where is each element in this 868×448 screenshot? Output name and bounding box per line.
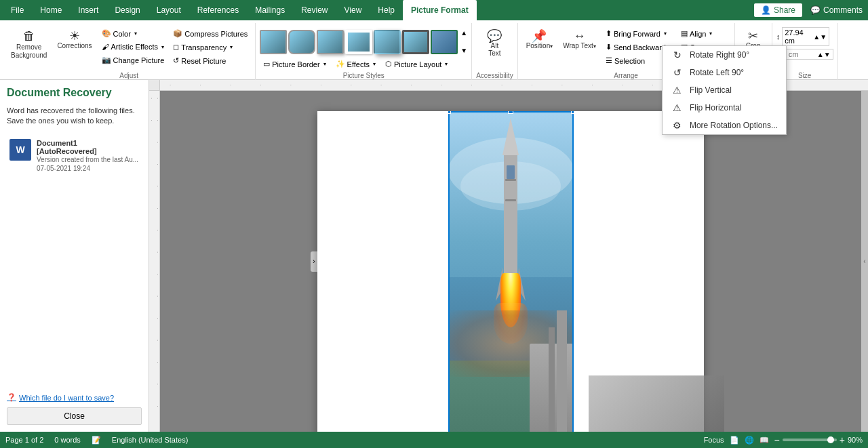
- color-button[interactable]: 🎨 Color▾: [98, 27, 168, 40]
- rotate-left-90-item[interactable]: ↺ Rotate Left 90°: [663, 64, 786, 81]
- zoom-slider[interactable]: [783, 439, 837, 441]
- zoom-out-button[interactable]: −: [774, 434, 780, 445]
- doc-date: 07-05-2021 19:24: [37, 165, 139, 172]
- flip-horizontal-item[interactable]: ⚠ Flip Horizontal: [663, 99, 786, 117]
- pic-style-4[interactable]: [345, 30, 372, 54]
- recovery-title: Document Recovery: [7, 87, 142, 99]
- change-pic-icon: 📷: [102, 56, 111, 64]
- status-bar: Page 1 of 2 0 words 📝 English (United St…: [0, 432, 868, 448]
- rotate-left-icon: ↺: [671, 67, 684, 78]
- pic-style-1[interactable]: [260, 30, 287, 54]
- styles-scroll-up[interactable]: ▲: [460, 30, 467, 37]
- alt-text-icon: 💬: [487, 30, 502, 42]
- view-icon-read[interactable]: 📖: [760, 436, 769, 445]
- proofing-icon: 📝: [92, 436, 101, 445]
- change-picture-button[interactable]: 📷 Change Picture: [98, 54, 168, 66]
- zoom-level: 90%: [848, 436, 863, 444]
- width-input[interactable]: cm ▲▼: [786, 49, 833, 60]
- comments-icon: 💬: [810, 5, 821, 15]
- word-count: 0 words: [54, 436, 81, 444]
- document-canvas: ›: [160, 91, 861, 432]
- ribbon-group-picture-styles: ▲ ▼ ▭ Picture Border ▾ ✨ Effects ▾ ⬡ Pic…: [256, 23, 472, 83]
- picture-layout-button[interactable]: ⬡ Picture Layout ▾: [382, 58, 451, 70]
- reset-picture-button[interactable]: ↺ Reset Picture: [170, 54, 251, 67]
- view-icon-print[interactable]: 📄: [730, 436, 739, 445]
- view-icon-web[interactable]: 🌐: [745, 436, 754, 445]
- tab-insert[interactable]: Insert: [70, 0, 106, 20]
- wrap-text-button[interactable]: ↔ Wrap Text▾: [559, 27, 600, 52]
- close-button[interactable]: Close: [7, 407, 142, 425]
- corrections-icon: ☀: [69, 30, 80, 42]
- tab-picture-format[interactable]: Picture Format: [403, 0, 477, 20]
- pic-style-6[interactable]: [402, 30, 429, 54]
- crop-icon: ✂: [748, 30, 758, 42]
- picture-effects-button[interactable]: ✨ Effects ▾: [332, 58, 379, 70]
- alt-text-button[interactable]: 💬 AltText: [481, 27, 508, 60]
- compress-icon: 📦: [173, 29, 182, 38]
- pic-style-3[interactable]: [317, 30, 344, 54]
- reset-icon: ↺: [173, 56, 179, 65]
- styles-scroll-down[interactable]: ▼: [460, 47, 467, 54]
- tab-design[interactable]: Design: [106, 0, 148, 20]
- comments-button[interactable]: 💬 Comments: [805, 3, 868, 17]
- ribbon-group-adjust: 🗑 RemoveBackground ☀ Corrections 🎨 Color…: [3, 23, 256, 83]
- compress-button[interactable]: 📦 Compress Pictures: [170, 27, 251, 40]
- align-icon: ▤: [681, 29, 688, 38]
- height-input[interactable]: 27.94 cm ▲▼: [782, 27, 829, 46]
- picture-layout-icon: ⬡: [385, 60, 392, 68]
- second-image: [589, 375, 724, 432]
- focus-btn[interactable]: Focus: [704, 436, 724, 444]
- corrections-button[interactable]: ☀ Corrections: [53, 27, 96, 52]
- more-rotation-item[interactable]: ⚙ More Rotation Options...: [663, 117, 786, 134]
- share-icon: 👤: [761, 5, 771, 15]
- zoom-in-button[interactable]: +: [840, 434, 845, 445]
- zoom-controls: − + 90%: [774, 434, 863, 445]
- bring-forward-button[interactable]: ⬆ Bring Forward▾: [602, 27, 675, 40]
- picture-border-button[interactable]: ▭ Picture Border ▾: [260, 58, 329, 70]
- position-button[interactable]: 📌 Position▾: [522, 27, 557, 52]
- more-rotation-icon: ⚙: [671, 120, 684, 131]
- wrap-icon: ↔: [574, 30, 586, 42]
- doc-desc: Version created from the last Au...: [37, 156, 139, 163]
- selection-icon: ☰: [606, 56, 612, 65]
- pic-style-7[interactable]: [431, 30, 458, 54]
- pic-style-2[interactable]: [288, 30, 315, 54]
- tab-references[interactable]: References: [189, 0, 247, 20]
- picture-border-icon: ▭: [263, 60, 270, 68]
- tab-home[interactable]: Home: [32, 0, 70, 20]
- doc-name: Document1 [AutoRecovered]: [37, 139, 139, 155]
- page-info: Page 1 of 2: [5, 436, 43, 444]
- vertical-ruler: · · · · · · · · · · · · · · · · ·: [149, 91, 160, 432]
- flip-vertical-item[interactable]: ⚠ Flip Vertical: [663, 81, 786, 99]
- help-link[interactable]: ❓ Which file do I want to save?: [7, 393, 142, 402]
- language: English (United States): [112, 436, 189, 444]
- artistic-effects-button[interactable]: 🖌 Artistic Effects▾: [98, 41, 168, 53]
- recovery-description: Word has recovered the following files.S…: [7, 106, 142, 127]
- rotate-right-icon: ↻: [671, 49, 684, 60]
- rocket-image[interactable]: [448, 111, 574, 432]
- word-doc-icon: W: [9, 139, 31, 161]
- recovered-doc-item[interactable]: W Document1 [AutoRecovered] Version crea…: [7, 135, 142, 176]
- page-container: ›: [317, 104, 704, 418]
- pic-style-5[interactable]: [374, 30, 401, 54]
- tab-file[interactable]: File: [3, 0, 32, 20]
- svg-marker-3: [502, 118, 519, 155]
- svg-rect-7: [505, 199, 516, 201]
- help-icon: ❓: [7, 393, 16, 402]
- resize-handle-left[interactable]: ›: [311, 251, 317, 272]
- color-icon: 🎨: [102, 29, 111, 38]
- align-button[interactable]: ▤ Align▾: [677, 27, 720, 40]
- svg-rect-8: [507, 165, 515, 179]
- tab-layout[interactable]: Layout: [149, 0, 189, 20]
- tab-review[interactable]: Review: [293, 0, 336, 20]
- tab-mailings[interactable]: Mailings: [247, 0, 293, 20]
- transparency-button[interactable]: ◻ Transparency▾: [170, 41, 251, 54]
- tab-view[interactable]: View: [336, 0, 370, 20]
- share-button[interactable]: 👤 Share: [754, 3, 802, 17]
- height-icon: ↕: [776, 33, 781, 41]
- remove-background-button[interactable]: 🗑 RemoveBackground: [7, 27, 51, 62]
- rotate-right-90-item[interactable]: ↻ Rotate Right 90°: [663, 46, 786, 64]
- right-panel-handle[interactable]: ‹: [861, 91, 868, 432]
- tab-bar: File Home Insert Design Layout Reference…: [0, 0, 868, 20]
- tab-help[interactable]: Help: [370, 0, 403, 20]
